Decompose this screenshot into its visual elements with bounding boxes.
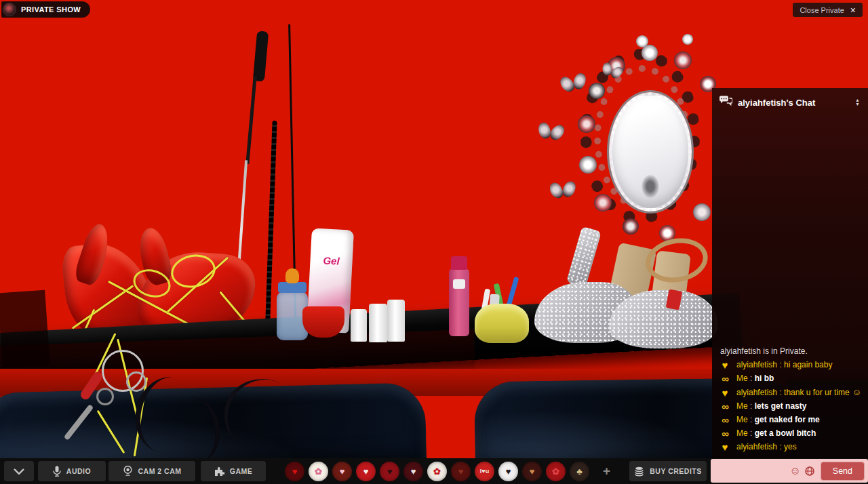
sticker-kiss-lips[interactable]: ♥ <box>285 462 304 481</box>
sticker-glyph: ♥ <box>340 466 345 477</box>
chat-message: ♥ alyiahfetish : yes <box>719 443 868 451</box>
sticker-glyph: I♥u <box>480 468 489 475</box>
chat-message: ∞ Me : get naked for me <box>719 416 868 424</box>
butterfly-decal <box>559 72 588 96</box>
microphone-icon <box>53 466 61 477</box>
chat-messages: alyiahfetish is in Private. ♥ alyiahfeti… <box>712 346 868 458</box>
chat-header: alyiahfetish's Chat ▲ ▼ <box>712 88 868 115</box>
message-text: get naked for me <box>755 415 820 424</box>
sticker-tulips[interactable]: ✿ <box>309 462 328 481</box>
heart-icon: ♥ <box>719 388 731 397</box>
smiley-emoji: ☺ <box>852 388 861 397</box>
sticker-glyph: ✿ <box>315 466 322 477</box>
sticker-glyph: ♣ <box>576 466 583 477</box>
message-user: Me <box>736 401 748 411</box>
message-user: Me <box>736 374 748 383</box>
message-text: thank u for ur time <box>784 388 850 397</box>
sticker-glyph: ♥ <box>363 466 369 477</box>
sticker-champagne[interactable]: ♣ <box>570 462 589 481</box>
sticker-glyph: ♥ <box>411 466 416 477</box>
sticker-glyph: ♥ <box>530 466 535 477</box>
heart-icon: ♥ <box>719 443 731 451</box>
game-button[interactable]: GAME <box>201 461 266 481</box>
add-sticker-button[interactable]: + <box>599 463 614 479</box>
sticker-i-love-you-heart[interactable]: I♥u <box>475 462 494 481</box>
webcam-icon <box>123 466 133 477</box>
buy-credits-button[interactable]: BUY CREDITS <box>629 461 707 481</box>
sticker-glyph: ♥ <box>458 466 464 477</box>
butterfly-decal <box>550 180 576 202</box>
chat-title: alyiahfetish's Chat <box>738 98 850 108</box>
coins-icon <box>634 466 644 477</box>
gel-label: Gel <box>310 254 353 267</box>
message-input-area: ☺ Send <box>711 459 868 483</box>
message-user: alyiahfetish <box>736 388 777 397</box>
close-private-label: Close Private <box>800 6 844 14</box>
bottom-toolbar: AUDIO CAM 2 CAM GAME ♥ ✿ ♥ ♥ ♥ ♥ ✿ ♥ I♥u… <box>0 458 868 484</box>
emoji-picker-icon[interactable]: ☺ <box>787 466 802 477</box>
message-user: alyiahfetish <box>736 360 777 369</box>
message-user: alyiahfetish <box>736 442 777 451</box>
mask-icon: ∞ <box>719 416 731 424</box>
sticker-glyph: ♥ <box>292 466 298 477</box>
collapse-toolbar-button[interactable] <box>4 461 34 481</box>
chat-message: ♥ alyiahfetish : thank u for ur time☺ <box>719 388 868 397</box>
chevron-down-icon <box>14 468 24 475</box>
cam-2-cam-button[interactable]: CAM 2 CAM <box>108 461 195 481</box>
sticker-roses-white[interactable]: ✿ <box>427 462 447 481</box>
sort-down-icon: ▼ <box>855 102 860 106</box>
message-separator: : <box>779 360 781 369</box>
sticker-glyph: ♥ <box>387 466 393 477</box>
message-separator: : <box>779 388 781 397</box>
chat-bubbles-icon <box>719 96 732 109</box>
chat-message: ♥ alyiahfetish : hi again baby <box>719 361 868 369</box>
puzzle-icon <box>214 466 224 477</box>
message-separator: : <box>750 415 752 424</box>
chat-message: ∞ Me : get a bowl bitch <box>719 429 868 438</box>
chat-message: ∞ Me : lets get nasty <box>719 402 868 411</box>
chat-message: ∞ Me : hi bb <box>719 374 868 383</box>
message-user: Me <box>736 415 748 424</box>
message-text: hi again baby <box>784 360 832 369</box>
mask-icon: ∞ <box>719 429 731 438</box>
sticker-glyph: ✿ <box>433 466 441 477</box>
audio-button[interactable]: AUDIO <box>38 461 106 481</box>
send-button[interactable]: Send <box>821 462 865 481</box>
buy-credits-label: BUY CREDITS <box>650 467 701 475</box>
sticker-couple-red[interactable]: ♥ <box>380 462 399 481</box>
chat-sort-control[interactable]: ▲ ▼ <box>855 98 861 106</box>
chat-panel: alyiahfetish's Chat ▲ ▼ alyiahfetish is … <box>712 88 868 458</box>
message-separator: : <box>750 428 752 438</box>
message-text: lets get nasty <box>755 401 807 411</box>
sticker-glyph: ♥ <box>506 466 511 477</box>
chat-input[interactable] <box>711 459 787 483</box>
message-text: get a bowl bitch <box>755 428 816 438</box>
private-show-label: PRIVATE SHOW <box>21 5 81 14</box>
mask-icon: ∞ <box>719 374 731 383</box>
sticker-chocolates[interactable]: ♥ <box>451 462 471 481</box>
sticker-row: ♥ ✿ ♥ ♥ ♥ ♥ ✿ ♥ I♥u ♥ ♥ ✿ ♣ + <box>285 461 614 481</box>
mask-icon: ∞ <box>719 402 731 411</box>
sticker-cupcake[interactable]: ♥ <box>332 462 352 481</box>
close-private-button[interactable]: Close Private × <box>793 3 863 17</box>
sticker-winged-heart[interactable]: ♥ <box>403 462 423 481</box>
sticker-glyph: ✿ <box>552 466 559 477</box>
close-icon: × <box>850 5 856 15</box>
heart-icon: ♥ <box>719 361 731 369</box>
sticker-rose-bouquet[interactable]: ✿ <box>546 462 566 481</box>
globe-icon[interactable] <box>803 466 816 476</box>
system-message: alyiahfetish is in Private. <box>719 346 868 356</box>
sticker-valentine-badge[interactable]: ♥ <box>356 462 376 481</box>
private-show-badge: PRIVATE SHOW <box>1 1 90 18</box>
sticker-couple-white[interactable]: ♥ <box>498 462 518 481</box>
butterfly-decal <box>537 122 564 144</box>
message-separator: : <box>750 401 752 411</box>
game-label: GAME <box>230 467 253 475</box>
sticker-teddy-bear[interactable]: ♥ <box>522 462 542 481</box>
message-separator: : <box>779 442 781 451</box>
message-separator: : <box>750 374 752 383</box>
message-text: hi bb <box>755 374 774 383</box>
message-text: yes <box>784 442 797 451</box>
message-user: Me <box>736 428 748 438</box>
avatar <box>3 3 16 16</box>
